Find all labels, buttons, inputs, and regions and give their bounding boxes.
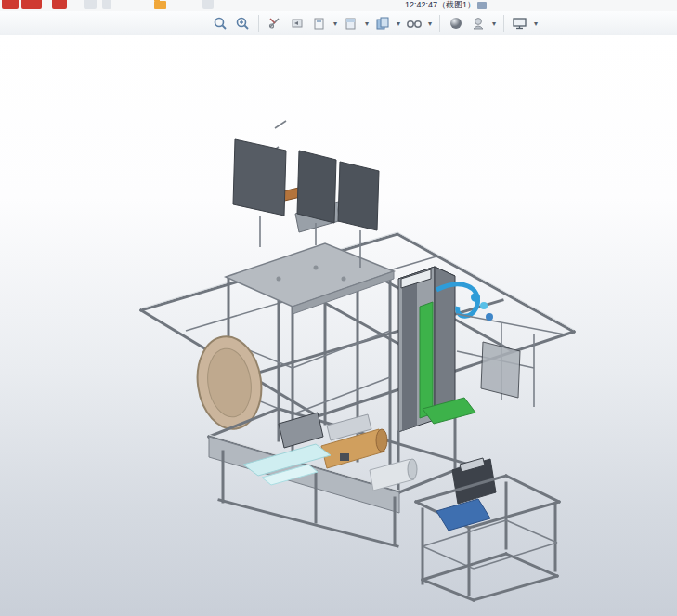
- apply-scene-icon[interactable]: [468, 13, 488, 33]
- small-blue-icon[interactable]: [477, 2, 487, 9]
- hide-show-items-icon[interactable]: [404, 13, 424, 33]
- red-app-icon-3[interactable]: [52, 0, 67, 9]
- titlebar-strip: 12:42:47（截图1）: [0, 0, 677, 11]
- model-tabletop: [226, 243, 394, 314]
- section-view-icon[interactable]: [265, 13, 285, 33]
- dropdown-arrow[interactable]: ▾: [332, 20, 339, 28]
- dropdown-arrow[interactable]: ▾: [426, 20, 434, 28]
- model-sub-machine: [416, 458, 559, 600]
- toolbar-separator: [439, 15, 440, 32]
- model-control-panels: [233, 139, 379, 268]
- zoom-to-area-icon[interactable]: [232, 13, 253, 33]
- gray-icon-2[interactable]: [102, 0, 111, 9]
- edit-appearance-icon[interactable]: [446, 13, 466, 33]
- dropdown-arrow[interactable]: ▾: [363, 20, 371, 28]
- view-orientation-icon[interactable]: [309, 13, 330, 33]
- toolbar-separator: [503, 15, 504, 32]
- view-settings-icon[interactable]: [510, 13, 530, 33]
- dropdown-arrow[interactable]: ▾: [532, 20, 540, 28]
- machine-assembly-3d-model: [0, 35, 677, 616]
- zoom-to-fit-icon[interactable]: [210, 13, 230, 33]
- dropdown-arrow[interactable]: ▾: [395, 20, 402, 28]
- previous-view-icon[interactable]: [287, 13, 307, 33]
- dropdown-arrow[interactable]: ▾: [490, 20, 498, 28]
- documents-icon[interactable]: [372, 13, 393, 33]
- cad-application-window: { "titlebar": { "document_label": "12:42…: [0, 0, 677, 616]
- red-app-icon-2[interactable]: [21, 0, 42, 9]
- document-label: 12:42:47（截图1）: [405, 0, 475, 10]
- display-style-icon[interactable]: [341, 13, 361, 33]
- toolbar-separator: [258, 15, 259, 32]
- gray-icon-1[interactable]: [84, 0, 97, 9]
- graphics-viewport[interactable]: [0, 35, 677, 616]
- view-toolbar: ▾ ▾ ▾ ▾ ▾ ▾: [0, 11, 677, 36]
- red-app-icon-1[interactable]: [2, 0, 19, 9]
- folder-icon[interactable]: [154, 1, 166, 9]
- gray-icon-3[interactable]: [202, 0, 214, 9]
